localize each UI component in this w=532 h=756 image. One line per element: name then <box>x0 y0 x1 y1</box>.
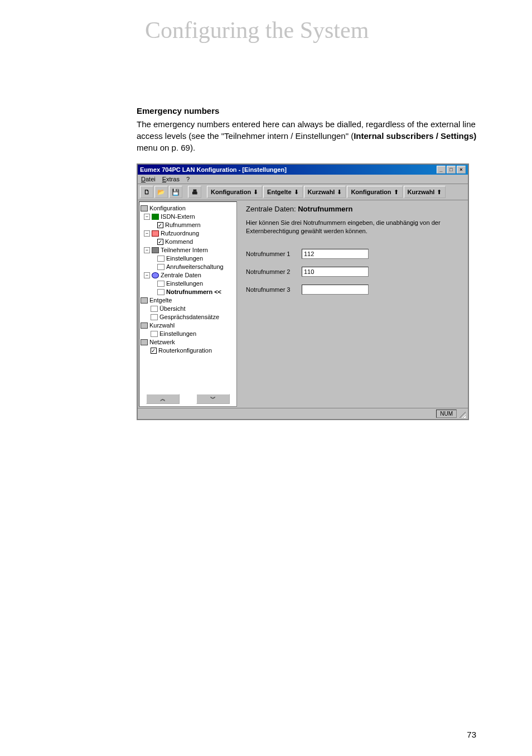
nav-tree: Konfiguration −ISDN-Extern Rufnummern −R… <box>139 202 236 357</box>
tree-panel: Konfiguration −ISDN-Extern Rufnummern −R… <box>139 201 237 407</box>
kurzwahl-icon <box>141 322 148 329</box>
field-notruf-2: Notrufnummer 2 <box>246 267 460 277</box>
toolbar-konfiguration-up[interactable]: Konfiguration⬆ <box>347 186 402 198</box>
tree-notrufnummern[interactable]: Notrufnummern << <box>141 288 235 296</box>
tree-kommend[interactable]: Kommend <box>141 238 235 246</box>
titlebar: Eumex 704PC LAN Konfiguration - [Einstel… <box>138 165 468 175</box>
menubar: Datei Extras ? <box>138 175 468 184</box>
section-heading: Emergency numbers <box>137 106 477 115</box>
input-notruf-3[interactable] <box>302 285 369 295</box>
page-icon <box>151 331 158 337</box>
toolbar-kurzwahl-up[interactable]: Kurzwahl⬆ <box>404 186 446 198</box>
page-content: Emergency numbers The emergency numbers … <box>137 106 477 420</box>
tree-zentrale-daten[interactable]: −Zentrale Daten <box>141 271 235 280</box>
tree-anrufweiterschaltung[interactable]: Anrufweiterschaltung <box>141 263 235 271</box>
check-icon <box>157 222 163 228</box>
label-notruf-1: Notrufnummer 1 <box>246 251 302 257</box>
tree-rufzuordnung[interactable]: −Rufzuordnung <box>141 229 235 238</box>
tree-netzwerk[interactable]: Netzwerk <box>141 338 235 346</box>
body-text-part2: menu on p. 69). <box>137 143 195 152</box>
maximize-button[interactable]: □ <box>447 166 456 174</box>
config-icon <box>141 205 148 211</box>
minimize-button[interactable]: _ <box>437 166 446 174</box>
toolbar: 🗋 📂 💾 🖶 Konfiguration⬇ Entgelte⬇ Kurzwah… <box>138 184 468 200</box>
check-icon <box>157 239 163 245</box>
menu-extras[interactable]: Extras <box>162 176 180 182</box>
page-icon <box>157 264 165 270</box>
scroll-down-button[interactable]: ︾ <box>196 394 230 404</box>
toolbar-konfiguration-down[interactable]: Konfiguration⬇ <box>207 186 262 198</box>
menu-datei[interactable]: Datei <box>141 176 156 182</box>
save-button[interactable]: 💾 <box>169 186 182 198</box>
page-icon <box>151 306 158 312</box>
input-notruf-1[interactable] <box>302 249 369 259</box>
entgelte-icon <box>141 297 148 304</box>
label-notruf-3: Notrufnummer 3 <box>246 286 302 293</box>
tree-scroll-buttons: ︽ ︾ <box>139 394 236 404</box>
netzwerk-icon <box>141 339 148 345</box>
open-button[interactable]: 📂 <box>154 186 168 198</box>
statusbar: NUM <box>138 408 468 419</box>
input-notruf-2[interactable] <box>302 267 369 277</box>
body-text-bold: Internal subscribers / Settings) <box>354 131 476 141</box>
new-button[interactable]: 🗋 <box>140 186 153 198</box>
titlebar-buttons: _ □ × <box>437 166 466 174</box>
tree-root[interactable]: Konfiguration <box>141 204 235 213</box>
globe-icon <box>152 272 159 278</box>
tree-routerkonfiguration[interactable]: Routerkonfiguration <box>141 346 235 355</box>
content-panel: Zentrale Daten: Notrufnummern Hier könne… <box>238 200 468 408</box>
chapter-title: Configuring the System <box>145 17 369 44</box>
tree-entgelte[interactable]: Entgelte <box>141 296 235 305</box>
scroll-up-button[interactable]: ︽ <box>146 394 180 404</box>
tree-uebersicht[interactable]: Übersicht <box>141 305 235 313</box>
tree-kurzwahl[interactable]: Kurzwahl <box>141 321 235 330</box>
panel-title: Zentrale Daten: Notrufnummern <box>246 205 460 213</box>
arrow-icon <box>152 214 159 220</box>
page-icon <box>157 256 165 262</box>
person-icon <box>152 247 159 253</box>
panel-description: Hier können Sie drei Notrufnummern einge… <box>246 219 460 235</box>
page-icon <box>151 314 158 320</box>
tree-teilnehmer[interactable]: −Teilnehmer Intern <box>141 246 235 254</box>
field-notruf-3: Notrufnummer 3 <box>246 285 460 295</box>
menu-help[interactable]: ? <box>186 176 190 182</box>
print-button[interactable]: 🖶 <box>188 186 201 198</box>
toolbar-entgelte-down[interactable]: Entgelte⬇ <box>263 186 302 198</box>
phone-icon <box>152 230 159 237</box>
tree-einstellungen-1[interactable]: Einstellungen <box>141 254 235 263</box>
tree-isdn[interactable]: −ISDN-Extern <box>141 213 235 221</box>
toolbar-kurzwahl-down[interactable]: Kurzwahl⬇ <box>304 186 346 198</box>
check-icon <box>151 348 157 354</box>
tree-einstellungen-2[interactable]: Einstellungen <box>141 280 235 288</box>
page-number: 73 <box>467 730 476 739</box>
main-area: Konfiguration −ISDN-Extern Rufnummern −R… <box>138 200 468 408</box>
label-notruf-2: Notrufnummer 2 <box>246 268 302 275</box>
close-button[interactable]: × <box>457 166 466 174</box>
page-icon <box>157 289 165 295</box>
page-icon <box>157 281 165 287</box>
field-notruf-1: Notrufnummer 1 <box>246 249 460 259</box>
status-num: NUM <box>436 410 457 418</box>
window-title: Eumex 704PC LAN Konfiguration - [Einstel… <box>140 166 287 173</box>
resize-grip[interactable] <box>458 410 466 418</box>
tree-gespraechsdatensaetze[interactable]: Gesprächsdatensätze <box>141 313 235 321</box>
tree-einstellungen-3[interactable]: Einstellungen <box>141 330 235 338</box>
app-window: Eumex 704PC LAN Konfiguration - [Einstel… <box>137 163 469 420</box>
body-text: The emergency numbers entered here can a… <box>137 118 477 153</box>
tree-rufnummern[interactable]: Rufnummern <box>141 221 235 229</box>
